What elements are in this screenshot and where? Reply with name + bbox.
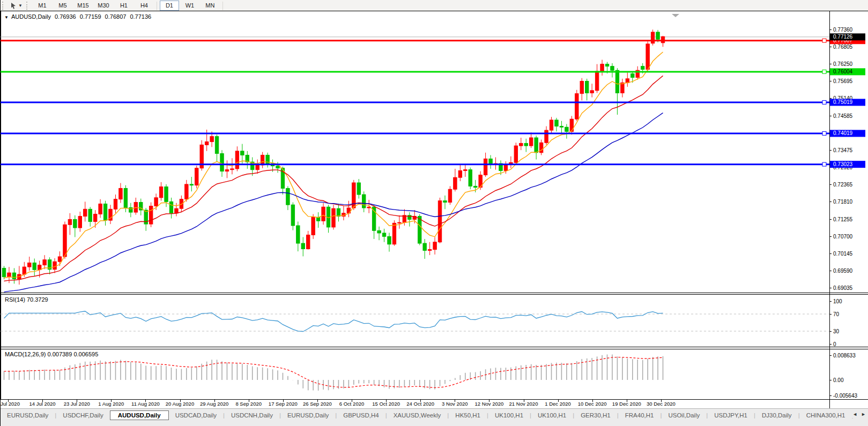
toolbar-grip (2, 2, 6, 10)
macd-label: MACD(12,26,9) 0.007389 0.006595 (5, 351, 98, 357)
date-label: 6 Oct 2020 (339, 401, 364, 407)
line-handle (822, 162, 826, 166)
date-label: 24 Oct 2020 (406, 401, 434, 407)
symbol-tab-eurusd-daily[interactable]: EURUSD,Daily (1, 411, 55, 420)
date-label: 3 Nov 2020 (442, 401, 468, 407)
date-label: 30 Dec 2020 (647, 401, 676, 407)
symbol-tab-eurusd-daily[interactable]: EURUSD,Daily (281, 411, 335, 420)
symbol-tab-uk100-h1[interactable]: UK100,H1 (531, 411, 573, 420)
svg-text:0.72365: 0.72365 (833, 182, 853, 188)
cursor-tool-button[interactable]: ▼ (8, 1, 25, 11)
symbol-tab-usdcad-daily[interactable]: USDCAD,Daily (169, 411, 223, 420)
date-axis[interactable]: 4 Jul 202014 Jul 202023 Jul 20201 Aug 20… (1, 400, 868, 408)
toolbar-separator (222, 2, 223, 10)
date-label: 12 Nov 2020 (474, 401, 503, 407)
symbol-tab-uk100-h1[interactable]: UK100,H1 (488, 411, 530, 420)
current-price-label: 0.77126 (830, 33, 865, 40)
svg-text:0.74585: 0.74585 (833, 113, 853, 119)
date-label: 29 Aug 2020 (200, 401, 228, 407)
line-price-label: 0.74019 (830, 130, 865, 137)
chart-tab-bar: EURUSD,Daily|USDCHF,DailyAUDUSD,DailyUSD… (1, 408, 868, 422)
price-axis[interactable]: 0.773600.768050.762500.756950.751400.745… (829, 27, 853, 292)
macd-indicator-panel[interactable]: 0.0086330.00-0.005643MACD(12,26,9) 0.007… (1, 347, 868, 400)
mt4-window: ▼ M1M5M15M30H1H4D1W1MN ▼AUDUSD,Daily 0.7… (0, 0, 868, 426)
axis-divider (829, 400, 830, 408)
rsi-frame (1, 293, 868, 347)
timeframe-button-m30[interactable]: M30 (94, 1, 113, 11)
date-label: 14 Jul 2020 (29, 401, 56, 407)
date-label: 19 Dec 2020 (612, 401, 641, 407)
symbol-tab-gbpusd-h4[interactable]: GBPUSD,H4 (337, 411, 385, 420)
horizontal-line[interactable] (1, 100, 829, 104)
symbol-tab-dj30-daily[interactable]: DJ30,Daily (755, 411, 798, 420)
timeframe-button-d1[interactable]: D1 (160, 1, 179, 11)
chevron-down-icon[interactable]: ▼ (18, 3, 23, 8)
svg-text:0.73023: 0.73023 (833, 161, 853, 167)
horizontal-line[interactable] (1, 70, 829, 73)
symbol-tab-hk50-h1[interactable]: HK50,H1 (449, 411, 487, 420)
ohlc-open: 0.76936 (55, 13, 76, 20)
symbol-tab-china300-h1[interactable]: CHINA300,H1 (800, 411, 852, 420)
timeframe-button-m5[interactable]: M5 (53, 1, 72, 11)
svg-text:0.71255: 0.71255 (833, 216, 853, 222)
svg-text:0.77360: 0.77360 (833, 27, 853, 33)
line-handle (822, 70, 826, 73)
timeframe-button-h4[interactable]: H4 (135, 1, 154, 11)
toolbar-grip (26, 2, 30, 10)
date-label: 15 Oct 2020 (372, 401, 400, 407)
line-price-label: 0.76004 (830, 68, 865, 75)
svg-text:0.69590: 0.69590 (833, 268, 853, 274)
macd-histogram (4, 354, 663, 390)
main-price-chart[interactable]: 0.773600.768050.762500.756950.751400.745… (1, 11, 868, 293)
macd-axis[interactable]: 0.0086330.00-0.005643 (829, 353, 857, 399)
symbol-tab-ger30-h1[interactable]: GER30,H1 (574, 411, 617, 420)
svg-text:0.74019: 0.74019 (833, 130, 853, 136)
timeframe-button-w1[interactable]: W1 (180, 1, 199, 11)
svg-text:0.70700: 0.70700 (833, 234, 853, 240)
symbol-tab-usdchf-daily[interactable]: USDCHF,Daily (56, 411, 109, 420)
date-label: 8 Sep 2020 (235, 401, 262, 407)
date-label: 23 Jul 2020 (64, 401, 90, 407)
svg-text:0.008633: 0.008633 (833, 353, 856, 358)
chart-title: ▼AUDUSD,Daily 0.76936 0.77159 0.76807 0.… (4, 13, 153, 20)
timeframe-button-m15[interactable]: M15 (73, 1, 93, 11)
svg-text:0.75695: 0.75695 (833, 78, 853, 84)
rsi-indicator-panel[interactable]: 10070300RSI(14) 70.3729 (1, 293, 868, 347)
chart-end-marker-icon (672, 14, 679, 17)
horizontal-line[interactable] (1, 39, 829, 42)
svg-text:0.76004: 0.76004 (833, 69, 853, 74)
rsi-axis[interactable]: 10070300 (829, 298, 842, 347)
date-label: 26 Sep 2020 (303, 401, 332, 407)
symbol-tab-usdcnh-daily[interactable]: USDCNH,Daily (225, 411, 279, 420)
svg-text:30: 30 (833, 328, 840, 334)
symbol-tab-xauusd-weekly[interactable]: XAUUSD,Weekly (387, 411, 448, 420)
line-handle (822, 100, 826, 104)
tab-scroll-right-icon[interactable]: ► (861, 412, 866, 417)
symbol-tab-audusd-daily[interactable]: AUDUSD,Daily (110, 410, 169, 420)
horizontal-line[interactable] (1, 131, 829, 135)
symbol-tab-usdjpy-h1[interactable]: USDJPY,H1 (708, 411, 754, 420)
symbol-tab-usoil-daily[interactable]: USOil,Daily (662, 411, 706, 420)
horizontal-line[interactable] (1, 162, 829, 166)
slow-ma-line (4, 113, 663, 292)
symbol-period-label: AUDUSD,Daily (11, 13, 51, 20)
date-label: 17 Sep 2020 (269, 401, 298, 407)
mid-ma-line (4, 76, 663, 281)
timeframe-button-h1[interactable]: H1 (114, 1, 133, 11)
svg-text:70: 70 (833, 311, 840, 317)
date-label: 21 Nov 2020 (509, 401, 538, 407)
svg-text:0.77126: 0.77126 (833, 34, 853, 40)
tab-scroll-left-icon[interactable]: ◄ (852, 412, 857, 417)
timeframe-buttons: M1M5M15M30H1H4D1W1MN (32, 1, 220, 11)
rsi-label: RSI(14) 70.3729 (5, 296, 48, 303)
symbol-tab-fra40-h1[interactable]: FRA40,H1 (619, 411, 661, 420)
date-label: 1 Aug 2020 (98, 401, 124, 407)
date-label: 10 Dec 2020 (578, 401, 607, 407)
timeframe-button-mn[interactable]: MN (201, 1, 220, 11)
svg-text:0.69035: 0.69035 (833, 285, 853, 291)
timeframe-button-m1[interactable]: M1 (33, 1, 52, 11)
svg-text:0.71810: 0.71810 (833, 199, 853, 205)
chart-frame (1, 11, 868, 293)
collapse-arrow-icon[interactable]: ▼ (4, 15, 9, 20)
svg-text:0.76250: 0.76250 (833, 61, 853, 67)
